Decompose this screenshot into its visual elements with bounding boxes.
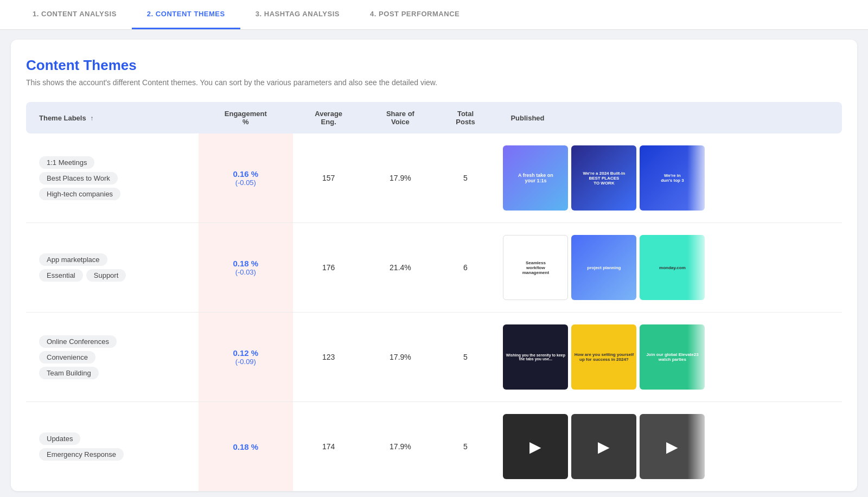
published-img-r1-3[interactable]: We're indun's top 3 [640, 145, 705, 211]
tag-list-row3: Online Conferences Convenience Team Buil… [39, 335, 190, 379]
tab-post-performance[interactable]: 4. POST PERFORMANCE [355, 0, 475, 29]
posts-row2: 6 [437, 223, 495, 313]
published-img-r1-2[interactable]: We're a 2024 Built-InBEST PLACESTO WORK [571, 145, 636, 211]
engagement-cell-row4: 0.18 % [199, 402, 293, 492]
engagement-cell-row2: 0.18 % (-0.03) [199, 223, 293, 313]
engagement-val-row3: 0.12 % [207, 348, 284, 358]
tags-cell-row4: Updates Emergency Response [26, 402, 199, 492]
engagement-cell-row3: 0.12 % (-0.09) [199, 313, 293, 402]
sov-row1: 17.9% [364, 133, 436, 223]
tag-appmarketplace: App marketplace [39, 253, 107, 266]
content-themes-table: Theme Labels ↑ Engagement% AverageEng. S… [26, 102, 842, 491]
col-header-share-of-voice[interactable]: Share ofVoice [364, 102, 436, 133]
tag-essential: Essential [39, 269, 83, 282]
table-row: Online Conferences Convenience Team Buil… [26, 313, 842, 402]
published-img-r3-2[interactable]: How are you setting yourself up for succ… [571, 324, 636, 390]
section-description: This shows the account's different Conte… [26, 78, 842, 87]
published-images-row4: ▶ ▶ ▶ [503, 414, 709, 479]
page-title: Content Themes [26, 57, 842, 74]
published-img-r3-1[interactable]: Wishing you the serenity to keep the tab… [503, 324, 568, 390]
published-images-row3: Wishing you the serenity to keep the tab… [503, 324, 709, 390]
published-img-r2-2[interactable]: project planning [571, 235, 636, 300]
posts-row4: 5 [437, 402, 495, 492]
tabs-bar: 1. CONTENT ANALYSIS 2. CONTENT THEMES 3.… [0, 0, 868, 30]
sov-row3: 17.9% [364, 313, 436, 402]
published-cell-row3: Wishing you the serenity to keep the tab… [494, 313, 842, 402]
tag-teambuilding: Team Building [39, 367, 99, 379]
col-header-theme-labels[interactable]: Theme Labels ↑ [26, 102, 199, 133]
avg-eng-row2: 176 [293, 223, 364, 313]
published-cell-row2: Seamlessworkflowmanagement project plann… [494, 223, 842, 313]
page-wrapper: 1. CONTENT ANALYSIS 2. CONTENT THEMES 3.… [0, 0, 868, 497]
posts-row1: 5 [437, 133, 495, 223]
engagement-delta-row3: (-0.09) [207, 358, 284, 366]
table-header-row: Theme Labels ↑ Engagement% AverageEng. S… [26, 102, 842, 133]
sov-row2: 21.4% [364, 223, 436, 313]
engagement-val-row2: 0.18 % [207, 259, 284, 268]
tags-cell-row1: 1:1 Meetings Best Places to Work High-te… [26, 133, 199, 223]
published-img-r4-3[interactable]: ▶ [640, 414, 705, 479]
published-cell-row4: ▶ ▶ ▶ [494, 402, 842, 492]
tag-support: Support [86, 269, 126, 282]
table-row: Updates Emergency Response 0.18 % 174 17… [26, 402, 842, 492]
tags-cell-row3: Online Conferences Convenience Team Buil… [26, 313, 199, 402]
engagement-cell-row1: 0.16 % (-0.05) [199, 133, 293, 223]
engagement-val-row4: 0.18 % [207, 442, 284, 451]
tag-11meetings: 1:1 Meetings [39, 156, 94, 169]
tab-content-themes[interactable]: 2. CONTENT THEMES [132, 0, 240, 29]
tag-list-row4: Updates Emergency Response [39, 432, 190, 461]
table-row: App marketplace Essential Support 0.18 %… [26, 223, 842, 313]
avg-eng-row1: 157 [293, 133, 364, 223]
published-images-row2: Seamlessworkflowmanagement project plann… [503, 235, 709, 300]
sort-arrow-icon: ↑ [90, 114, 93, 122]
tags-cell-row2: App marketplace Essential Support [26, 223, 199, 313]
published-images-row1: A fresh take onyour 1:1s We're a 2024 Bu… [503, 145, 709, 211]
engagement-delta-row1: (-0.05) [207, 179, 284, 187]
published-img-r1-1[interactable]: A fresh take onyour 1:1s [503, 145, 568, 211]
posts-row3: 5 [437, 313, 495, 402]
avg-eng-row3: 123 [293, 313, 364, 402]
engagement-val-row1: 0.16 % [207, 169, 284, 179]
main-card: Content Themes This shows the account's … [11, 40, 857, 491]
published-img-r2-3[interactable]: monday.com [640, 235, 705, 300]
tag-convenience: Convenience [39, 351, 95, 364]
tag-list-row2: App marketplace Essential Support [39, 253, 190, 282]
avg-eng-row4: 174 [293, 402, 364, 492]
table-row: 1:1 Meetings Best Places to Work High-te… [26, 133, 842, 223]
tag-onlineconferences: Online Conferences [39, 335, 117, 348]
tag-bestplaces: Best Places to Work [39, 172, 118, 184]
published-cell-row1: A fresh take onyour 1:1s We're a 2024 Bu… [494, 133, 842, 223]
published-img-r4-1[interactable]: ▶ [503, 414, 568, 479]
tag-updates: Updates [39, 432, 80, 445]
col-header-avg-eng[interactable]: AverageEng. [293, 102, 364, 133]
col-header-published[interactable]: Published [494, 102, 842, 133]
tab-content-analysis[interactable]: 1. CONTENT ANALYSIS [17, 0, 132, 29]
published-img-r4-2[interactable]: ▶ [571, 414, 636, 479]
tag-emergencyresponse: Emergency Response [39, 448, 124, 461]
col-header-engagement-pct[interactable]: Engagement% [199, 102, 293, 133]
tag-list-row1: 1:1 Meetings Best Places to Work High-te… [39, 156, 190, 200]
tag-hightech: High-tech companies [39, 188, 120, 200]
engagement-delta-row2: (-0.03) [207, 268, 284, 276]
col-header-total-posts[interactable]: TotalPosts [437, 102, 495, 133]
published-img-r2-1[interactable]: Seamlessworkflowmanagement [503, 235, 568, 300]
published-img-r3-3[interactable]: Join our global Elevate23 watch parties [640, 324, 705, 390]
sov-row4: 17.9% [364, 402, 436, 492]
tag-row-row2: Essential Support [39, 269, 126, 282]
tab-hashtag-analysis[interactable]: 3. HASHTAG ANALYSIS [240, 0, 355, 29]
